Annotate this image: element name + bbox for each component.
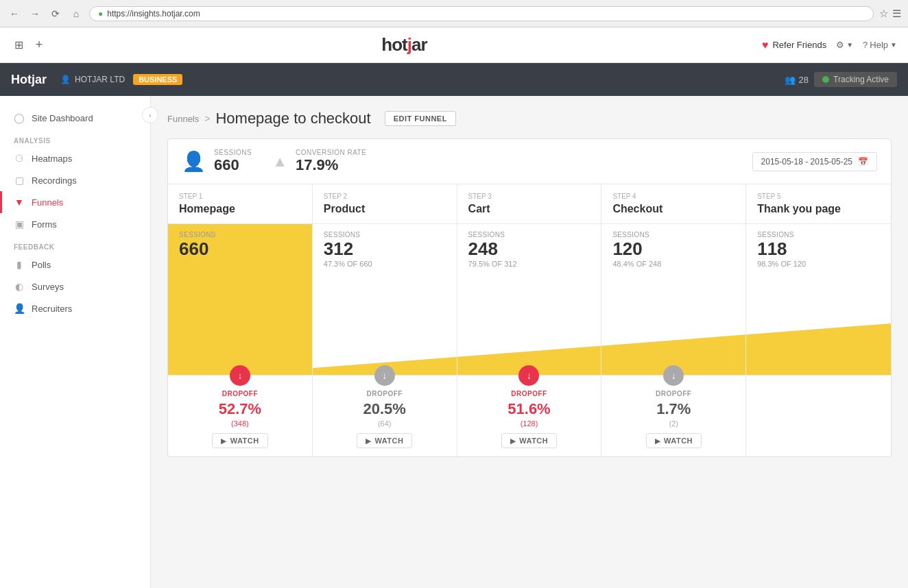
dropoff-col-2: ↓ DROPOFF 20.5% (64) ▶ WATCH bbox=[313, 376, 457, 456]
refer-friends-label: Refer Friends bbox=[772, 40, 826, 50]
watch-button-4[interactable]: ▶ WATCH bbox=[646, 433, 702, 448]
dropoff-pct: 52.7% bbox=[219, 400, 261, 418]
sidebar-item-heatmaps[interactable]: ⚆ Heatmaps bbox=[0, 147, 150, 169]
sidebar-item-label: Recordings bbox=[32, 175, 77, 186]
dropoff-icon-1: ↓ bbox=[230, 365, 250, 386]
browser-chrome: ← → ⟳ ⌂ ● https://insights.hotjar.com ☆ … bbox=[0, 0, 908, 27]
sessions-pct: 48.4% OF 248 bbox=[612, 260, 734, 268]
step-header-3: STEP 3 Cart bbox=[457, 184, 602, 223]
funnel-col-4: SESSIONS 120 48.4% OF 248 bbox=[601, 224, 746, 375]
recordings-icon: ▢ bbox=[14, 175, 25, 186]
col-sessions-5: SESSIONS 118 98.3% OF 120 bbox=[746, 224, 891, 275]
security-icon: ● bbox=[98, 9, 103, 19]
sidebar-toggle[interactable]: ‹ bbox=[142, 107, 158, 123]
sidebar-item-label: Surveys bbox=[32, 282, 64, 292]
step-name: Product bbox=[324, 203, 446, 215]
address-bar[interactable]: ● https://insights.hotjar.com bbox=[89, 6, 874, 21]
surveys-icon: ◐ bbox=[14, 281, 25, 292]
dropoff-icon-3: ↓ bbox=[518, 365, 539, 386]
conversion-icon: ▲ bbox=[272, 153, 287, 171]
sidebar-item-funnels[interactable]: ▼ Funnels bbox=[0, 191, 150, 213]
sidebar-item-surveys[interactable]: ◐ Surveys bbox=[0, 275, 150, 297]
step-name: Cart bbox=[468, 203, 590, 215]
step-header-4: STEP 4 Checkout bbox=[601, 184, 746, 223]
watch-button-2[interactable]: ▶ WATCH bbox=[357, 433, 413, 448]
help-button[interactable]: ? Help ▼ bbox=[863, 40, 897, 50]
sessions-label-small: SESSIONS bbox=[757, 231, 880, 238]
sessions-label-small: SESSIONS bbox=[324, 231, 446, 238]
gear-icon: ⚙ bbox=[836, 40, 844, 50]
settings-button[interactable]: ⚙ ▼ bbox=[836, 40, 853, 50]
main-layout: ‹ ◯ Site Dashboard ANALYSIS ⚆ Heatmaps ▢… bbox=[0, 96, 908, 588]
step-header-2: STEP 2 Product bbox=[313, 184, 457, 223]
app-header: ⊞ + hotjar ♥ Refer Friends ⚙ ▼ ? Help ▼ bbox=[0, 27, 908, 63]
sidebar-item-label: Recruiters bbox=[32, 304, 72, 314]
refresh-button[interactable]: ⟳ bbox=[48, 6, 63, 21]
breadcrumb-parent-link[interactable]: Funnels bbox=[167, 114, 199, 124]
calendar-icon: 📅 bbox=[858, 157, 868, 167]
funnel-col-1: SESSIONS 660 bbox=[168, 224, 313, 375]
funnels-icon: ▼ bbox=[14, 197, 25, 208]
conversion-stat: ▲ CONVERSION RATE 17.9% bbox=[272, 149, 366, 174]
step-headers: STEP 1 Homepage STEP 2 Product STEP 3 Ca… bbox=[168, 184, 891, 224]
apps-button[interactable]: ⊞ bbox=[11, 38, 26, 53]
url-text: https://insights.hotjar.com bbox=[107, 9, 865, 19]
menu-button[interactable]: ☰ bbox=[892, 8, 901, 20]
dropoff-count: (2) bbox=[669, 419, 678, 428]
dropoff-icon-4: ↓ bbox=[663, 365, 684, 386]
dropoff-label: DROPOFF bbox=[367, 390, 403, 397]
step-number: STEP 2 bbox=[324, 193, 446, 200]
add-button[interactable]: + bbox=[32, 38, 47, 53]
back-button[interactable]: ← bbox=[7, 6, 22, 21]
sessions-count: 118 bbox=[757, 238, 880, 260]
sidebar-item-recordings[interactable]: ▢ Recordings bbox=[0, 169, 150, 191]
forward-button[interactable]: → bbox=[27, 6, 43, 21]
step-number: STEP 4 bbox=[612, 193, 734, 200]
home-button[interactable]: ⌂ bbox=[69, 6, 84, 21]
sessions-stat: 👤 SESSIONS 660 bbox=[182, 149, 252, 174]
dashboard-icon: ◯ bbox=[14, 112, 25, 123]
conversion-value: 17.9% bbox=[296, 156, 366, 174]
dropoff-row: ↓ DROPOFF 52.7% (348) ▶ WATCH ↓ DROPOFF … bbox=[168, 375, 891, 456]
tracking-dot bbox=[822, 76, 829, 83]
sidebar-item-polls[interactable]: ▮ Polls bbox=[0, 254, 150, 275]
sidebar-item-label: Polls bbox=[32, 260, 51, 270]
sessions-label: SESSIONS bbox=[214, 149, 252, 156]
users-icon: 👥 bbox=[785, 75, 796, 85]
funnel-chart-area: SESSIONS 660 SESSIONS 312 47.3% OF 660 S… bbox=[168, 224, 891, 375]
content-area: Funnels > Homepage to checkout EDIT FUNN… bbox=[151, 96, 908, 588]
play-icon: ▶ bbox=[366, 437, 372, 445]
refer-friends-button[interactable]: ♥ Refer Friends bbox=[762, 39, 826, 51]
sidebar-item-recruiters[interactable]: 👤 Recruiters bbox=[0, 297, 150, 319]
dropoff-label: DROPOFF bbox=[222, 390, 258, 397]
tracking-badge: Tracking Active bbox=[814, 72, 897, 87]
dropoff-count: (128) bbox=[521, 419, 538, 428]
watch-button-1[interactable]: ▶ WATCH bbox=[212, 433, 268, 448]
dropoff-col-5 bbox=[746, 376, 891, 456]
date-range-picker[interactable]: 2015-05-18 - 2015-05-25 📅 bbox=[752, 152, 877, 171]
funnel-col-3: SESSIONS 248 79.5% OF 312 bbox=[457, 224, 602, 375]
help-icon: ? bbox=[863, 40, 868, 50]
sessions-count: 660 bbox=[179, 238, 301, 260]
dropoff-count: (64) bbox=[378, 419, 392, 428]
col-sessions-3: SESSIONS 248 79.5% OF 312 bbox=[457, 224, 601, 275]
step-name: Checkout bbox=[612, 203, 734, 215]
sessions-count: 120 bbox=[612, 238, 734, 260]
heart-icon: ♥ bbox=[762, 39, 769, 51]
funnel-col-2: SESSIONS 312 47.3% OF 660 bbox=[313, 224, 457, 375]
dropoff-icon-2: ↓ bbox=[374, 365, 395, 386]
sidebar-item-label: Heatmaps bbox=[32, 154, 72, 164]
edit-funnel-button[interactable]: EDIT FUNNEL bbox=[385, 111, 456, 126]
app-logo-container: hotjar bbox=[58, 34, 751, 56]
sessions-count: 248 bbox=[468, 238, 590, 260]
forms-icon: ▣ bbox=[14, 219, 25, 230]
app-logo: hotjar bbox=[381, 34, 427, 55]
header-left: ⊞ + bbox=[11, 38, 47, 53]
watch-button-3[interactable]: ▶ WATCH bbox=[501, 433, 558, 448]
plan-badge: BUSINESS bbox=[133, 74, 182, 85]
sidebar-item-dashboard[interactable]: ◯ Site Dashboard bbox=[0, 107, 150, 129]
user-count-value: 28 bbox=[799, 75, 809, 85]
sidebar-item-forms[interactable]: ▣ Forms bbox=[0, 213, 150, 235]
feedback-section-label: FEEDBACK bbox=[0, 235, 150, 254]
bookmark-button[interactable]: ☆ bbox=[879, 8, 888, 20]
